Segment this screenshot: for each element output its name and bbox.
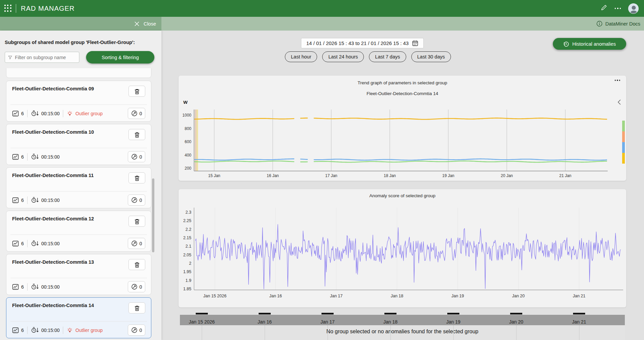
last-30-days-button[interactable]: Last 30 days xyxy=(411,51,451,62)
anomaly-count-value: 0 xyxy=(140,241,142,246)
subgroup-card[interactable]: Fleet-Outlier-Detection-Commtia 11 6 00:… xyxy=(6,167,151,208)
trend-panel-subtitle: Fleet-Outlier-Detection-Commtia 14 xyxy=(179,91,626,96)
app-launcher-icon[interactable] xyxy=(4,5,12,12)
divider xyxy=(27,153,28,161)
last-7-days-button[interactable]: Last 7 days xyxy=(369,51,406,62)
svg-text:2.05: 2.05 xyxy=(183,253,191,257)
svg-text:1.85: 1.85 xyxy=(183,287,191,291)
dataminer-docs-link[interactable]: DataMiner Docs xyxy=(597,17,640,31)
subgroup-card[interactable]: Fleet-Outlier-Detection-Commtia 14 6 00:… xyxy=(6,297,151,338)
timeline-column-divider xyxy=(328,325,328,340)
svg-text:21 Jan: 21 Jan xyxy=(559,173,571,178)
anomaly-timeline[interactable]: Jan 15 2026Jan 16Jan 17Jan 18Jan 19Jan 2… xyxy=(180,313,625,340)
calendar-icon[interactable] xyxy=(412,40,418,46)
anomaly-gauge-icon xyxy=(131,110,138,117)
trash-icon xyxy=(134,175,140,181)
parameter-count-value: 6 xyxy=(21,198,24,203)
delete-subgroup-button[interactable] xyxy=(128,172,145,183)
delete-subgroup-button[interactable] xyxy=(128,216,145,227)
svg-text:Jan 17: Jan 17 xyxy=(330,294,343,298)
subgroup-stats-row: 6 00:15:00 Outlier group 0 xyxy=(12,238,145,249)
subgroup-filter-field[interactable] xyxy=(5,52,79,63)
sorting-filtering-button[interactable]: Sorting & filtering xyxy=(86,51,154,63)
rad-manager-page: RAD MANAGER Close DataMiner Docs Subgrou… xyxy=(0,0,644,340)
timeline-empty-message: No group selected or no anomalies found … xyxy=(180,329,625,335)
last-hour-button[interactable]: Last hour xyxy=(285,51,317,62)
subgroup-card[interactable]: Fleet-Outlier-Detection-Commtia 12 6 00:… xyxy=(6,211,151,252)
quick-range-buttons: Last hour Last 24 hours Last 7 days Last… xyxy=(285,51,451,62)
user-avatar[interactable] xyxy=(628,3,639,14)
svg-text:2.1: 2.1 xyxy=(186,244,191,249)
svg-text:1000: 1000 xyxy=(182,113,191,118)
anomaly-gauge-icon xyxy=(131,197,138,203)
anomaly-count-button[interactable]: 0 xyxy=(128,238,145,249)
edit-pencil-icon[interactable] xyxy=(600,4,607,13)
parameter-count-value: 6 xyxy=(21,328,24,333)
anomaly-gauge-icon xyxy=(131,284,138,290)
subgroup-stats-row: 6 00:15:00 Outlier group 0 xyxy=(12,325,145,336)
svg-text:2.3: 2.3 xyxy=(186,210,191,215)
info-icon xyxy=(597,21,602,27)
close-button[interactable]: Close xyxy=(134,21,156,27)
outlier-group-label: Outlier group xyxy=(75,111,103,116)
subgroup-stats-row: 6 00:15:00 Outlier group 0 xyxy=(12,108,145,119)
delete-subgroup-button[interactable] xyxy=(128,259,145,270)
subgroup-filter-input[interactable] xyxy=(15,55,76,60)
history-icon xyxy=(563,41,569,47)
parameter-count: 6 xyxy=(12,154,24,160)
timer-icon xyxy=(31,197,39,203)
subgroup-card[interactable] xyxy=(6,68,151,78)
parameters-chart-icon xyxy=(12,241,19,247)
sidebar-header-strip: Close xyxy=(0,17,161,31)
trash-icon xyxy=(134,218,140,224)
trash-icon xyxy=(134,88,140,94)
delete-subgroup-button[interactable] xyxy=(128,302,145,313)
anomaly-count-button[interactable]: 0 xyxy=(128,108,145,119)
subgroup-card[interactable]: Fleet-Outlier-Detection-Commtia 13 6 00:… xyxy=(6,254,151,295)
anomaly-count-value: 0 xyxy=(140,111,142,116)
parameter-count: 6 xyxy=(12,111,24,117)
timeline-day-label: Jan 16 xyxy=(258,319,272,325)
timeline-day-tick xyxy=(259,313,271,314)
svg-text:19 Jan: 19 Jan xyxy=(442,173,454,178)
parameter-count-value: 6 xyxy=(21,111,24,116)
delete-subgroup-button[interactable] xyxy=(128,86,145,97)
svg-text:2.25: 2.25 xyxy=(183,218,191,223)
divider xyxy=(27,240,28,247)
anomaly-gauge-icon xyxy=(131,154,138,160)
subgroup-card[interactable]: Fleet-Outlier-Detection-Commtia 10 6 00:… xyxy=(6,124,151,165)
timeline-header-bar[interactable]: Jan 15 2026Jan 16Jan 17Jan 18Jan 19Jan 2… xyxy=(180,315,625,325)
svg-text:20 Jan: 20 Jan xyxy=(501,173,513,178)
delete-subgroup-button[interactable] xyxy=(128,129,145,140)
close-icon xyxy=(134,21,140,27)
collapse-legend-chevron-icon[interactable] xyxy=(617,99,621,107)
subgroup-card[interactable]: Fleet-Outlier-Detection-Commtia 09 6 00:… xyxy=(6,81,151,122)
anomaly-count-button[interactable]: 0 xyxy=(128,325,145,336)
anomaly-count-button[interactable]: 0 xyxy=(128,281,145,292)
svg-text:Jan 19: Jan 19 xyxy=(451,294,464,298)
anomaly-count-value: 0 xyxy=(140,328,142,333)
interval-value: 00:15:00 xyxy=(41,154,60,160)
divider xyxy=(10,235,147,235)
anomaly-count-button[interactable]: 0 xyxy=(128,151,145,162)
date-range-text: 14 / 01 / 2026 15 : 43 to 21 / 01 / 2026… xyxy=(306,40,409,46)
svg-text:200: 200 xyxy=(185,166,191,171)
parameter-count-value: 6 xyxy=(21,241,24,246)
more-options-icon[interactable] xyxy=(615,8,621,9)
parameters-chart-icon xyxy=(12,327,19,333)
divider xyxy=(10,148,147,148)
date-range-picker[interactable]: 14 / 01 / 2026 15 : 43 to 21 / 01 / 2026… xyxy=(301,38,424,48)
timeline-day-label: Jan 19 xyxy=(446,319,460,325)
trend-graph-panel: Trend graph of parameters in selected gr… xyxy=(179,76,626,181)
anomaly-count-button[interactable]: 0 xyxy=(128,195,145,206)
timeline-day-label: Jan 18 xyxy=(383,319,397,325)
historical-anomalies-button[interactable]: Historical anomalies xyxy=(553,38,626,50)
timeline-day-tick xyxy=(510,313,522,314)
subgroup-card-list: Fleet-Outlier-Detection-Commtia 09 6 00:… xyxy=(0,68,161,340)
last-24-hours-button[interactable]: Last 24 hours xyxy=(322,51,364,62)
sidebar-scrollbar[interactable] xyxy=(152,178,154,252)
svg-text:2.15: 2.15 xyxy=(183,236,191,240)
timeline-day-label: Jan 20 xyxy=(509,319,523,325)
parameters-chart-icon xyxy=(12,197,19,203)
svg-text:2: 2 xyxy=(189,261,191,266)
